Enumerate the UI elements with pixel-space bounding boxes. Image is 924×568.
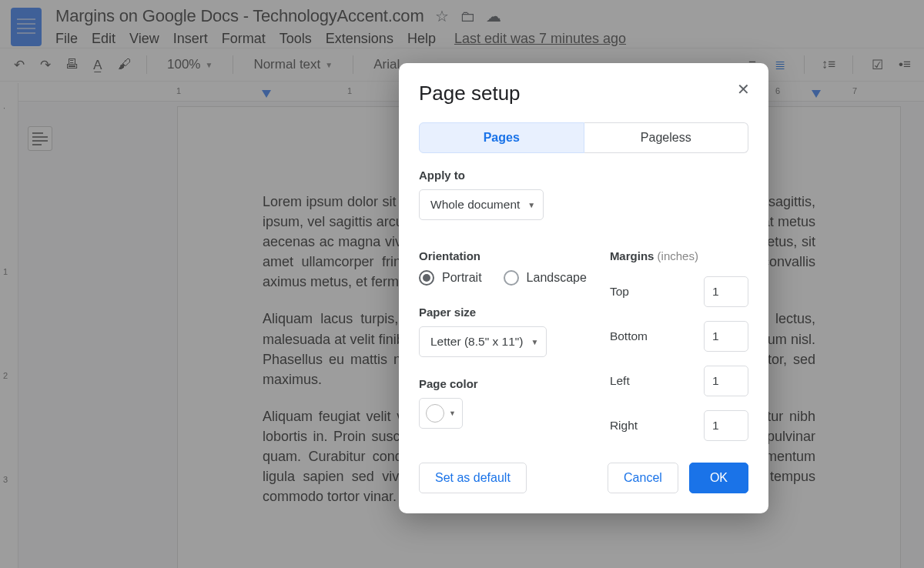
orientation-label: Orientation — [419, 249, 587, 262]
margin-left-input[interactable] — [704, 366, 748, 396]
orientation-landscape-radio[interactable]: Landscape — [504, 270, 587, 286]
chevron-down-icon: ▼ — [527, 201, 535, 209]
tab-pageless[interactable]: Pageless — [584, 122, 749, 153]
margin-bottom-input[interactable] — [704, 321, 748, 352]
paper-size-select[interactable]: Letter (8.5" x 11")▼ — [419, 326, 547, 357]
margin-bottom-label: Bottom — [610, 329, 648, 343]
apply-to-label: Apply to — [419, 169, 748, 182]
set-default-button[interactable]: Set as default — [419, 463, 527, 493]
page-color-select[interactable]: ▼ — [419, 398, 463, 429]
radio-selected-icon — [419, 270, 434, 286]
margin-top-input[interactable] — [704, 276, 748, 307]
margins-label: Margins (inches) — [610, 249, 748, 262]
tab-switcher: Pages Pageless — [419, 122, 748, 153]
margin-right-input[interactable] — [704, 410, 748, 441]
margin-right-label: Right — [610, 419, 638, 433]
chevron-down-icon: ▼ — [449, 409, 456, 417]
orientation-portrait-radio[interactable]: Portrait — [419, 270, 482, 286]
close-icon[interactable]: ✕ — [737, 80, 750, 99]
tab-pages[interactable]: Pages — [419, 122, 584, 153]
page-color-label: Page color — [419, 377, 587, 390]
color-swatch-icon — [426, 404, 444, 423]
margin-left-label: Left — [610, 374, 630, 388]
radio-unselected-icon — [504, 270, 519, 286]
margin-top-label: Top — [610, 285, 629, 299]
dialog-title: Page setup — [419, 82, 748, 105]
cancel-button[interactable]: Cancel — [608, 463, 678, 493]
ok-button[interactable]: OK — [689, 463, 748, 493]
page-setup-dialog: Page setup ✕ Pages Pageless Apply to Who… — [399, 63, 768, 513]
paper-size-label: Paper size — [419, 306, 587, 319]
apply-to-select[interactable]: Whole document▼ — [419, 189, 544, 220]
chevron-down-icon: ▼ — [531, 338, 538, 346]
